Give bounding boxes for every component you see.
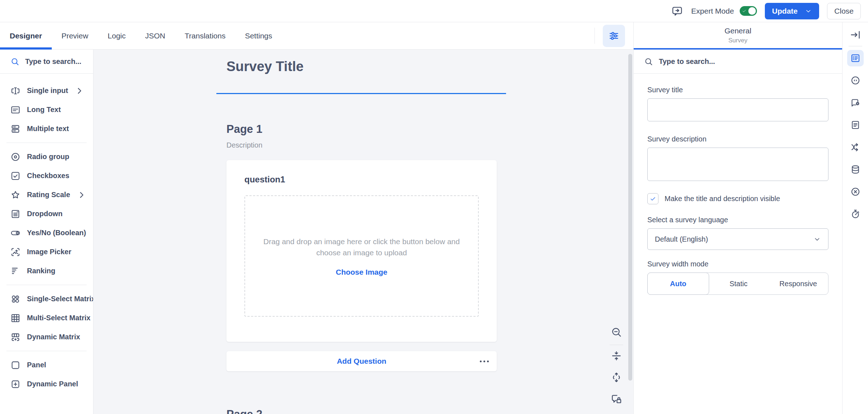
survey-description-input[interactable]	[647, 148, 828, 181]
toolbox-item-panel[interactable]: Panel	[0, 355, 93, 375]
toolbox-item-label: Image Picker	[27, 248, 88, 256]
survey-header-block[interactable]: Survey Title	[216, 50, 506, 94]
close-button[interactable]: Close	[827, 3, 861, 19]
toolbox-list: Single inputLong TextMultiple textRadio …	[0, 74, 93, 414]
toggle-knob	[748, 7, 756, 15]
tab-logic[interactable]: Logic	[98, 22, 136, 49]
chevron-down-icon	[813, 236, 821, 243]
strip-tab-pages[interactable]	[847, 117, 864, 133]
multi-select-matrix-icon	[10, 313, 21, 324]
next-page-title[interactable]: Page 2	[226, 408, 497, 414]
panel-icon	[10, 360, 21, 371]
survey-title-text[interactable]: Survey Title	[226, 59, 506, 74]
question-name[interactable]: question1	[244, 175, 479, 185]
toolbox-item-image-picker[interactable]: Image Picker	[0, 242, 93, 261]
update-label: Update	[772, 7, 798, 15]
tab-preview[interactable]: Preview	[52, 22, 98, 49]
expand-all-icon[interactable]	[610, 371, 623, 383]
sliders-icon	[608, 30, 620, 42]
design-canvas: Survey Title Page 1 Description question…	[93, 50, 633, 414]
chevron-down-icon	[805, 8, 812, 15]
tab-json[interactable]: JSON	[136, 22, 175, 49]
strip-tab-question-settings[interactable]	[847, 94, 864, 111]
toolbox-search-input[interactable]	[25, 57, 87, 66]
image-dropzone[interactable]: Drag and drop an image here or click the…	[244, 195, 479, 317]
tab-translations[interactable]: Translations	[175, 22, 235, 49]
navigation-icon	[850, 75, 861, 86]
tab-designer[interactable]: Designer	[0, 22, 52, 49]
long-text-icon	[10, 104, 21, 115]
dropdown-icon	[10, 209, 21, 219]
workspace: DesignerPreviewLogicJSONTranslationsSett…	[0, 22, 633, 414]
tabs: DesignerPreviewLogicJSONTranslationsSett…	[0, 22, 282, 49]
toolbox-item-label: Long Text	[27, 106, 88, 114]
toolbox-item-ranking[interactable]: Ranking	[0, 261, 93, 280]
more-options-icon[interactable]	[480, 351, 489, 371]
property-panel: General Survey Survey title Survey descr…	[633, 22, 842, 414]
tools-divider	[610, 345, 623, 345]
strip-tab-navigation[interactable]	[847, 72, 864, 89]
radio-group-icon	[10, 152, 21, 162]
single-input-icon	[10, 85, 21, 96]
tab-label: Designer	[10, 32, 42, 40]
question-card[interactable]: question1 Drag and drop an image here or…	[226, 160, 497, 342]
toolbox-item-multiple-text[interactable]: Multiple text	[0, 119, 93, 138]
strip-tab-general[interactable]	[847, 50, 864, 66]
feedback-icon[interactable]	[671, 5, 683, 17]
toolbox-item-multi-select-matrix[interactable]: Multi-Select Matrix	[0, 308, 93, 327]
toolbox-item-single-input[interactable]: Single input	[0, 81, 93, 100]
toolbox-item-radio-group[interactable]: Radio group	[0, 147, 93, 166]
tab-label: Translations	[185, 32, 226, 40]
chevron-right-icon	[74, 85, 85, 96]
search-icon	[10, 57, 20, 66]
toolbox-item-rating-scale[interactable]: Rating Scale	[0, 185, 93, 204]
toolbox-group-divider	[6, 351, 87, 351]
collapse-panel-icon[interactable]	[849, 29, 862, 41]
toolbox-item-label: Checkboxes	[27, 172, 88, 180]
page-description[interactable]: Description	[226, 141, 497, 149]
toolbox-item-yes-no-boolean[interactable]: Yes/No (Boolean)	[0, 223, 93, 242]
update-button[interactable]: Update	[765, 3, 819, 19]
toolbox-item-dropdown[interactable]: Dropdown	[0, 204, 93, 223]
lock-state-icon[interactable]	[610, 393, 623, 405]
toolbox-item-label: Yes/No (Boolean)	[27, 229, 88, 237]
boolean-icon	[10, 228, 21, 238]
tabbar-divider	[594, 28, 595, 44]
strip-tab-timer[interactable]	[847, 206, 864, 222]
strip-tab-logic[interactable]	[847, 139, 864, 155]
tab-label: Settings	[245, 32, 272, 40]
toolbox-item-label: Multiple text	[27, 125, 88, 133]
choose-image-button[interactable]: Choose Image	[336, 268, 387, 276]
expert-mode-toggle[interactable]	[740, 6, 757, 16]
width-mode-auto[interactable]: Auto	[647, 273, 709, 295]
strip-tab-validation[interactable]	[847, 183, 864, 200]
timer-icon	[850, 209, 861, 219]
tab-bar: DesignerPreviewLogicJSONTranslationsSett…	[0, 22, 633, 50]
property-search-input[interactable]	[659, 57, 836, 66]
page-title[interactable]: Page 1	[226, 123, 497, 136]
toolbox-item-dynamic-panel[interactable]: Dynamic Panel	[0, 375, 93, 394]
visibility-checkbox[interactable]	[647, 193, 658, 204]
add-question-button[interactable]: Add Question	[226, 357, 497, 366]
toolbox-group-divider	[6, 285, 87, 285]
toolbox-item-single-select-matrix[interactable]: Single-Select Matrix	[0, 289, 93, 308]
width-mode-responsive[interactable]: Responsive	[768, 273, 828, 294]
search-icon	[644, 57, 653, 66]
toolbox-item-checkboxes[interactable]: Checkboxes	[0, 166, 93, 185]
width-mode-static[interactable]: Static	[709, 273, 768, 294]
toolbox-item-dynamic-matrix[interactable]: Dynamic Matrix	[0, 327, 93, 346]
toolbox-item-label: Single input	[27, 87, 68, 95]
tab-settings[interactable]: Settings	[235, 22, 282, 49]
survey-title-input[interactable]	[647, 98, 828, 121]
toolbox-settings-button[interactable]	[603, 25, 625, 47]
language-select[interactable]: Default (English)	[647, 228, 828, 250]
logic-icon	[850, 142, 861, 153]
canvas-scrollbar[interactable]	[628, 54, 632, 381]
dynamic-panel-icon	[10, 379, 21, 390]
collapse-all-icon[interactable]	[610, 350, 623, 362]
tabbar-spacer	[282, 22, 594, 49]
toolbox-item-long-text[interactable]: Long Text	[0, 100, 93, 119]
strip-tab-data[interactable]	[847, 161, 864, 178]
toolbox-item-label: Panel	[27, 361, 88, 369]
zoom-out-icon[interactable]	[610, 326, 623, 338]
